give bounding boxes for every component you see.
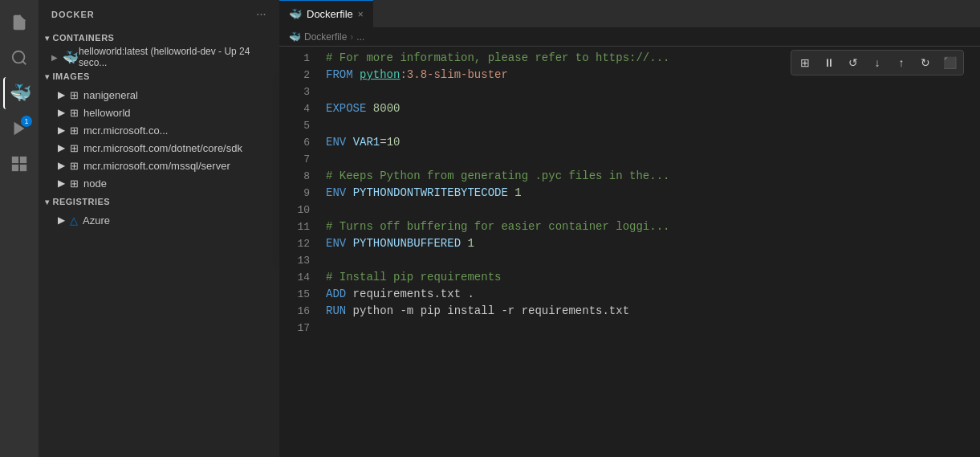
code-line-15: ADD requirements.txt . [319,286,980,303]
files-icon[interactable] [3,6,35,39]
image-grid-nanigeneral: ⊞ [70,89,79,101]
image-nanigeneral[interactable]: ▶ ⊞ nanigeneral [39,86,279,104]
code-line-7 [319,151,980,168]
code-line-9: ENV PYTHONDONTWRITEBYTECODE 1 [319,185,980,202]
line-numbers: 12345 678910 1112131415 1617 [279,47,319,457]
code-line-3 [319,84,980,100]
docker-icon[interactable]: 🐳 [3,77,35,109]
image-grid-mcr2: ⊞ [70,142,79,154]
registry-azure[interactable]: ▶ △ Azure [39,211,279,229]
svg-line-1 [22,61,26,64]
tab-dockerfile[interactable]: 🐳 Dockerfile × [279,0,373,28]
search-icon[interactable] [3,42,35,74]
registries-section-header[interactable]: ▾ REGISTRIES [39,192,279,211]
code-line-10 [319,202,980,218]
image-mcr-mssql[interactable]: ▶ ⊞ mcr.microsoft.com/mssql/server [39,157,279,174]
image-icon-mcr1: ▶ [58,124,65,136]
float-toolbar: ⊞ ⏸ ↺ ↓ ↑ ↻ ⬛ [791,50,964,75]
code-line-16: RUN python -m pip install -r requirement… [319,303,980,320]
svg-rect-4 [20,157,26,163]
run-debug-icon[interactable]: 1 [3,112,35,145]
toolbar-pause-button[interactable]: ⏸ [819,52,840,73]
image-icon-mssql: ▶ [58,160,65,171]
code-line-17 [319,320,980,337]
toolbar-restart-button[interactable]: ↺ [843,52,864,73]
tab-docker-icon: 🐳 [289,8,302,20]
sidebar-more-icon[interactable]: ··· [257,10,266,19]
toolbar-grid-button[interactable]: ⊞ [795,52,815,73]
images-chevron: ▾ [45,72,50,81]
container-label: helloworld:latest (helloworld-dev - Up 2… [79,46,273,68]
container-helloworld[interactable]: ▶ 🐳 helloworld:latest (helloworld-dev - … [39,47,279,67]
image-grid-node: ⊞ [70,177,79,190]
image-mcr2[interactable]: ▶ ⊞ mcr.microsoft.com/dotnet/core/sdk [39,139,279,157]
image-helloworld[interactable]: ▶ ⊞ helloworld [39,104,279,121]
images-section-header[interactable]: ▾ IMAGES [39,67,279,86]
container-docker-icon: 🐳 [63,50,79,65]
toolbar-refresh-button[interactable]: ↻ [915,52,936,73]
toolbar-stop-button[interactable]: ⬛ [939,52,960,73]
breadcrumb-sep1: › [350,31,353,43]
code-line-13 [319,252,980,269]
svg-rect-6 [20,165,26,171]
extensions-icon[interactable] [3,148,35,180]
image-mcr1[interactable]: ▶ ⊞ mcr.microsoft.co... [39,121,279,139]
image-grid-helloworld: ⊞ [70,107,79,119]
tab-bar: 🐳 Dockerfile × [279,0,980,28]
registry-expand-icon: ▶ [58,214,65,226]
image-grid-mssql: ⊞ [70,160,79,172]
code-line-5 [319,117,980,134]
image-icon-nanigeneral: ▶ [58,89,65,100]
toolbar-download-button[interactable]: ↓ [867,52,888,73]
containers-chevron: ▾ [45,34,50,43]
svg-point-0 [13,51,25,63]
code-line-8: # Keeps Python from generating .pyc file… [319,168,980,185]
code-line-6: ENV VAR1=10 [319,134,980,151]
code-line-11: # Turns off buffering for easier contain… [319,218,980,235]
container-play-icon: ▶ [51,53,58,62]
svg-rect-3 [12,157,18,163]
code-line-4: EXPOSE 8000 [319,100,980,117]
breadcrumb-docker-icon: 🐳 [289,31,301,43]
code-lines: # For more information, please refer to … [319,47,980,457]
code-line-12: ENV PYTHONUNBUFFERED 1 [319,235,980,252]
image-icon-node: ▶ [58,177,65,189]
image-icon-mcr2: ▶ [58,142,65,153]
breadcrumb: 🐳 Dockerfile › ... [279,28,980,47]
image-node[interactable]: ▶ ⊞ node [39,174,279,192]
image-icon-helloworld: ▶ [58,107,65,118]
editor-area: 🐳 Dockerfile × 🐳 Dockerfile › ... ⊞ ⏸ ↺ … [279,0,980,457]
sidebar: DOCKER ··· ▾ CONTAINERS ▶ 🐳 helloworld:l… [39,0,279,457]
azure-icon: △ [70,214,78,226]
code-line-14: # Install pip requirements [319,269,980,286]
editor-container: 🐳 Dockerfile × 🐳 Dockerfile › ... ⊞ ⏸ ↺ … [279,0,980,457]
svg-rect-5 [12,165,18,171]
tab-close-button[interactable]: × [358,9,364,20]
registries-chevron: ▾ [45,198,50,206]
image-grid-mcr1: ⊞ [70,124,79,137]
run-badge: 1 [21,116,32,127]
toolbar-upload-button[interactable]: ↑ [891,52,912,73]
containers-section-header[interactable]: ▾ CONTAINERS [39,28,279,47]
sidebar-actions: ··· [257,10,266,19]
sidebar-title: DOCKER ··· [39,0,279,28]
code-editor: 12345 678910 1112131415 1617 # For more … [279,47,980,457]
activity-bar: 🐳 1 [0,0,39,457]
